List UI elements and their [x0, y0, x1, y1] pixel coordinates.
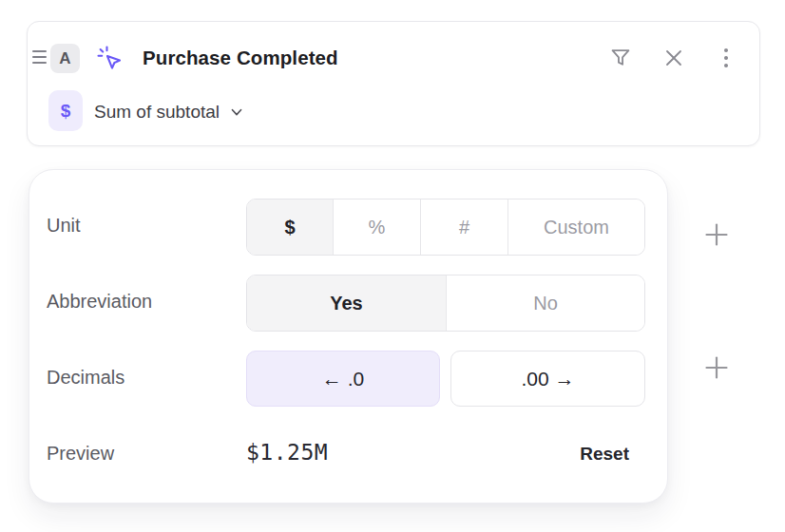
filter-icon[interactable] [607, 45, 634, 71]
close-icon[interactable] [661, 45, 687, 71]
chevron-down-icon [228, 104, 245, 121]
add-event-button-bottom[interactable] [703, 354, 730, 381]
decimals-increase-button[interactable]: .00 → [450, 351, 645, 407]
event-card: A Purchase Completed [27, 21, 760, 146]
event-click-icon [94, 43, 125, 74]
decimals-decrease-button[interactable]: ← .0 [246, 351, 440, 407]
more-options-icon[interactable] [713, 45, 739, 71]
unit-option-custom[interactable]: Custom [507, 200, 644, 255]
metric-dollar-icon: $ [48, 90, 83, 131]
unit-label: Unit [47, 215, 81, 237]
unit-option-percent[interactable]: % [333, 200, 420, 255]
unit-option-dollar[interactable]: $ [247, 200, 333, 255]
event-title[interactable]: Purchase Completed [143, 47, 338, 69]
event-letter-badge: A [50, 44, 80, 73]
drag-handle-icon[interactable] [32, 50, 47, 64]
unit-option-number[interactable]: # [420, 200, 507, 255]
decimals-label: Decimals [47, 367, 124, 389]
reset-button[interactable]: Reset [580, 444, 629, 465]
abbreviation-segmented-control: Yes No [246, 275, 645, 332]
metric-dropdown[interactable]: Sum of subtotal [94, 98, 245, 126]
abbreviation-option-no[interactable]: No [446, 276, 644, 331]
unit-segmented-control: $ % # Custom [246, 199, 645, 256]
abbreviation-label: Abbreviation [47, 291, 152, 313]
add-event-button-top[interactable] [703, 221, 730, 248]
metric-label: Sum of subtotal [94, 102, 220, 123]
preview-value: $1.25M [246, 440, 328, 465]
format-settings-panel: Unit $ % # Custom Abbreviation Yes No De… [29, 169, 668, 504]
abbreviation-option-yes[interactable]: Yes [247, 276, 446, 331]
screen: A Purchase Completed [0, 0, 785, 532]
preview-label: Preview [47, 443, 114, 465]
